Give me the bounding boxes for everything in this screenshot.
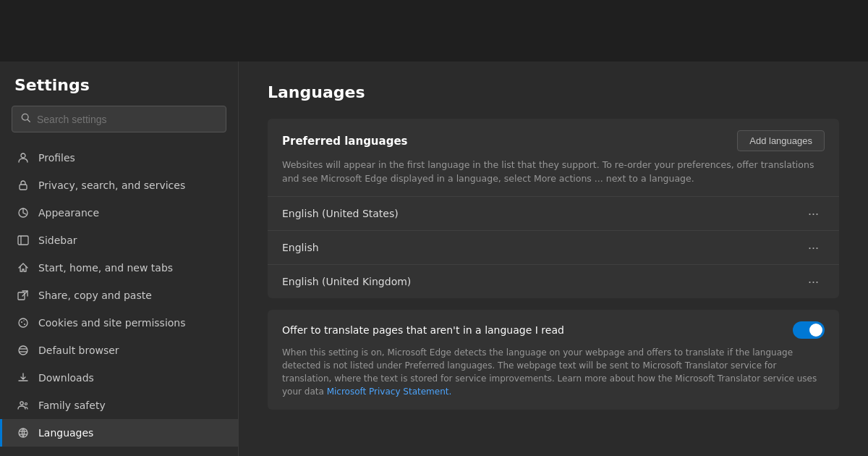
cookies-icon <box>17 316 30 329</box>
sidebar-item-downloads-label: Downloads <box>38 372 94 384</box>
language-name-2: English (United Kingdom) <box>282 276 411 287</box>
svg-point-2 <box>21 153 25 158</box>
preferred-languages-description: Websites will appear in the first langua… <box>268 159 839 196</box>
language-name-0: English (United States) <box>282 208 399 219</box>
sidebar: Settings Profiles <box>0 62 239 456</box>
language-icon <box>17 426 30 439</box>
sidebar-icon <box>17 234 30 247</box>
svg-point-17 <box>25 403 27 405</box>
translate-toggle[interactable] <box>793 321 825 339</box>
sidebar-item-sidebar-label: Sidebar <box>38 235 77 246</box>
sidebar-item-cookies-label: Cookies and site permissions <box>38 317 186 329</box>
svg-rect-3 <box>20 185 27 190</box>
sidebar-item-default-browser-label: Default browser <box>38 345 119 356</box>
svg-point-10 <box>21 321 22 323</box>
language-row-1: English ··· <box>268 230 839 264</box>
sidebar-item-start-home[interactable]: Start, home, and new tabs <box>0 254 238 282</box>
privacy-statement-link[interactable]: Microsoft Privacy Statement. <box>327 387 452 397</box>
sidebar-item-privacy[interactable]: Privacy, search, and services <box>0 172 238 199</box>
translate-description: When this setting is on, Microsoft Edge … <box>282 346 825 398</box>
preferred-languages-card: Preferred languages Add languages Websit… <box>268 119 839 298</box>
svg-rect-7 <box>18 292 25 300</box>
search-icon <box>21 112 31 126</box>
sidebar-title: Settings <box>0 76 238 106</box>
svg-point-18 <box>19 428 27 437</box>
sidebar-item-start-home-label: Start, home, and new tabs <box>38 262 173 274</box>
top-bar <box>0 0 868 62</box>
svg-point-12 <box>23 320 24 321</box>
sidebar-item-family-safety[interactable]: Family safety <box>0 392 238 419</box>
sidebar-item-cookies[interactable]: Cookies and site permissions <box>0 309 238 337</box>
browser-icon <box>17 344 30 357</box>
page-title: Languages <box>268 83 839 101</box>
sidebar-item-appearance-label: Appearance <box>38 207 99 219</box>
svg-rect-5 <box>18 236 28 245</box>
more-options-button-2[interactable]: ··· <box>802 274 825 290</box>
toggle-slider <box>793 321 825 339</box>
main-content: Languages Preferred languages Add langua… <box>239 62 868 456</box>
translate-title: Offer to translate pages that aren't in … <box>282 324 793 336</box>
more-options-button-1[interactable]: ··· <box>802 240 825 256</box>
sidebar-item-languages[interactable]: Languages <box>0 419 238 447</box>
sidebar-item-share[interactable]: Share, copy and paste <box>0 282 238 309</box>
browser-window: Settings Profiles <box>0 0 868 456</box>
sidebar-item-default-browser[interactable]: Default browser <box>0 337 238 364</box>
sidebar-item-downloads[interactable]: Downloads <box>0 364 238 392</box>
sidebar-item-share-label: Share, copy and paste <box>38 290 152 301</box>
share-icon <box>17 289 30 302</box>
search-input[interactable] <box>37 114 217 125</box>
language-row-2: English (United Kingdom) ··· <box>268 264 839 298</box>
appearance-icon <box>17 206 30 219</box>
sidebar-item-appearance[interactable]: Appearance <box>0 199 238 227</box>
svg-line-1 <box>27 119 30 122</box>
add-languages-button[interactable]: Add languages <box>737 130 825 151</box>
search-box[interactable] <box>12 106 226 132</box>
family-icon <box>17 399 30 412</box>
more-options-button-0[interactable]: ··· <box>802 206 825 221</box>
svg-point-13 <box>19 346 27 355</box>
sidebar-item-privacy-label: Privacy, search, and services <box>38 180 185 191</box>
download-icon <box>17 371 30 384</box>
svg-point-16 <box>20 402 23 405</box>
sidebar-item-family-safety-label: Family safety <box>38 400 106 411</box>
sidebar-item-languages-label: Languages <box>38 427 93 439</box>
sidebar-item-profiles[interactable]: Profiles <box>0 144 238 172</box>
language-name-1: English <box>282 242 319 253</box>
sidebar-item-profiles-label: Profiles <box>38 152 75 164</box>
settings-layout: Settings Profiles <box>0 62 868 456</box>
card-header: Preferred languages Add languages <box>268 119 839 159</box>
sidebar-item-sidebar[interactable]: Sidebar <box>0 227 238 254</box>
translate-card: Offer to translate pages that aren't in … <box>268 310 839 410</box>
privacy-icon <box>17 179 30 192</box>
profile-icon <box>17 151 30 164</box>
home-icon <box>17 261 30 274</box>
preferred-languages-title: Preferred languages <box>282 135 408 148</box>
svg-point-11 <box>24 324 25 325</box>
language-row-0: English (United States) ··· <box>268 196 839 230</box>
svg-point-9 <box>19 318 27 327</box>
translate-header: Offer to translate pages that aren't in … <box>282 321 825 339</box>
